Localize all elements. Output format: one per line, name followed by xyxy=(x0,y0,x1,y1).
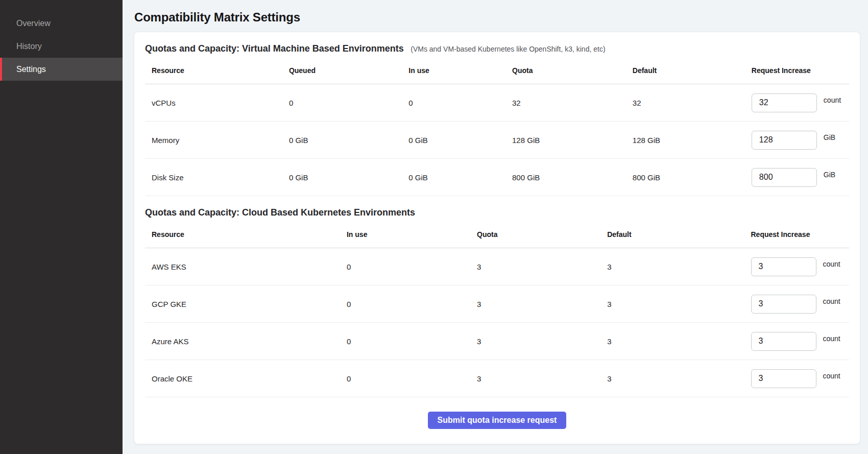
cell-request-increase: count xyxy=(744,295,850,314)
request-increase-input[interactable] xyxy=(752,93,817,112)
section-heading-row: Quotas and Capacity: Cloud Based Kuberne… xyxy=(145,207,849,218)
column-header-request-increase: Request Increase xyxy=(744,230,850,238)
table-header-row: ResourceQueuedIn useQuotaDefaultRequest … xyxy=(145,57,849,84)
cell-quota: 3 xyxy=(470,262,600,271)
request-increase-input[interactable] xyxy=(752,168,817,187)
table-row-oracle-oke: Oracle OKE033count xyxy=(145,360,849,397)
table-row-azure-aks: Azure AKS033count xyxy=(145,323,849,360)
cell-default: 3 xyxy=(600,374,744,383)
column-header-quota: Quota xyxy=(470,230,600,238)
cell-default: 800 GiB xyxy=(626,173,745,182)
cell-quota: 32 xyxy=(505,99,626,107)
request-increase-input[interactable] xyxy=(751,295,816,314)
sidebar-item-settings[interactable]: Settings xyxy=(0,58,123,81)
cell-default: 128 GiB xyxy=(626,136,745,145)
cell-resource: Azure AKS xyxy=(145,337,340,346)
sidebar-item-overview[interactable]: Overview xyxy=(0,12,123,35)
cell-request-increase: count xyxy=(744,257,850,276)
table-row-gcp-gke: GCP GKE033count xyxy=(145,285,849,323)
table-body: vCPUs003232countMemory0 GiB0 GiB128 GiB1… xyxy=(145,84,849,196)
section-title: Quotas and Capacity: Virtual Machine Bas… xyxy=(145,43,404,54)
column-header-resource: Resource xyxy=(145,66,282,75)
column-header-request-increase: Request Increase xyxy=(745,66,849,75)
column-header-queued: Queued xyxy=(282,66,402,75)
settings-card: Quotas and Capacity: Virtual Machine Bas… xyxy=(134,32,860,444)
request-increase-input[interactable] xyxy=(751,257,816,276)
column-header-in-use: In use xyxy=(340,230,470,238)
sidebar-item-label: History xyxy=(16,42,42,51)
unit-label: GiB xyxy=(824,171,835,179)
cell-quota: 3 xyxy=(470,337,600,346)
cell-quota: 3 xyxy=(470,300,600,308)
request-increase-input[interactable] xyxy=(752,131,817,150)
cell-quota: 800 GiB xyxy=(505,173,626,182)
column-header-in-use: In use xyxy=(402,66,505,75)
sidebar-item-label: Overview xyxy=(16,19,51,28)
cell-quota: 3 xyxy=(470,374,600,383)
section-subtitle: (VMs and VM-based Kubernetes like OpenSh… xyxy=(411,45,605,53)
column-header-resource: Resource xyxy=(145,230,340,238)
cell-request-increase: count xyxy=(744,332,850,351)
submit-row: Submit quota increase request xyxy=(145,397,849,442)
cell-in_use: 0 xyxy=(340,262,470,271)
cell-in_use: 0 GiB xyxy=(402,173,505,182)
sidebar: Overview History Settings xyxy=(0,0,123,454)
cell-queued: 0 GiB xyxy=(282,173,402,182)
cell-in_use: 0 xyxy=(340,374,470,383)
request-increase-input[interactable] xyxy=(751,369,816,388)
cell-resource: Memory xyxy=(145,136,282,145)
sidebar-item-history[interactable]: History xyxy=(0,35,123,58)
request-increase-input[interactable] xyxy=(751,332,816,351)
cell-in_use: 0 GiB xyxy=(402,136,505,145)
submit-quota-increase-button[interactable]: Submit quota increase request xyxy=(428,412,567,429)
section-vm-environments: Quotas and Capacity: Virtual Machine Bas… xyxy=(145,43,849,196)
cell-resource: vCPUs xyxy=(145,99,282,107)
cell-default: 3 xyxy=(600,300,744,308)
table-body: AWS EKS033countGCP GKE033countAzure AKS0… xyxy=(145,248,849,397)
section-heading-row: Quotas and Capacity: Virtual Machine Bas… xyxy=(145,43,849,54)
cell-quota: 128 GiB xyxy=(505,136,626,145)
column-header-quota: Quota xyxy=(505,66,626,75)
column-header-default: Default xyxy=(626,66,745,75)
unit-label: count xyxy=(823,334,840,343)
sidebar-item-label: Settings xyxy=(16,65,46,74)
cell-request-increase: GiB xyxy=(745,131,849,150)
table-header-row: ResourceIn useQuotaDefaultRequest Increa… xyxy=(145,221,849,248)
table-row-memory: Memory0 GiB0 GiB128 GiB128 GiBGiB xyxy=(145,122,849,159)
cell-resource: Oracle OKE xyxy=(145,374,340,383)
unit-label: count xyxy=(823,297,840,305)
unit-label: GiB xyxy=(824,133,835,141)
cell-queued: 0 xyxy=(282,99,402,107)
sidebar-nav: Overview History Settings xyxy=(0,0,123,81)
table-row-disk-size: Disk Size0 GiB0 GiB800 GiB800 GiBGiB xyxy=(145,159,849,196)
cell-in_use: 0 xyxy=(402,99,505,107)
unit-label: count xyxy=(823,260,840,268)
cell-queued: 0 GiB xyxy=(282,136,402,145)
table-row-vcpus: vCPUs003232count xyxy=(145,84,849,122)
page-title: Compatibility Matrix Settings xyxy=(134,10,860,25)
cell-request-increase: count xyxy=(744,369,850,388)
section-cloud-k8s-environments: Quotas and Capacity: Cloud Based Kuberne… xyxy=(145,207,849,397)
column-header-default: Default xyxy=(600,230,744,238)
cell-default: 32 xyxy=(626,99,745,107)
cell-resource: GCP GKE xyxy=(145,300,340,308)
unit-label: count xyxy=(824,96,841,104)
cell-default: 3 xyxy=(600,262,744,271)
section-title: Quotas and Capacity: Cloud Based Kuberne… xyxy=(145,207,415,218)
table-row-aws-eks: AWS EKS033count xyxy=(145,248,849,285)
cell-in_use: 0 xyxy=(340,300,470,308)
main-content: Compatibility Matrix Settings Quotas and… xyxy=(123,0,868,444)
cell-default: 3 xyxy=(600,337,744,346)
cell-in_use: 0 xyxy=(340,337,470,346)
cell-request-increase: count xyxy=(745,93,849,112)
cell-resource: AWS EKS xyxy=(145,262,340,271)
cell-resource: Disk Size xyxy=(145,173,282,182)
cell-request-increase: GiB xyxy=(745,168,849,187)
unit-label: count xyxy=(823,372,840,380)
